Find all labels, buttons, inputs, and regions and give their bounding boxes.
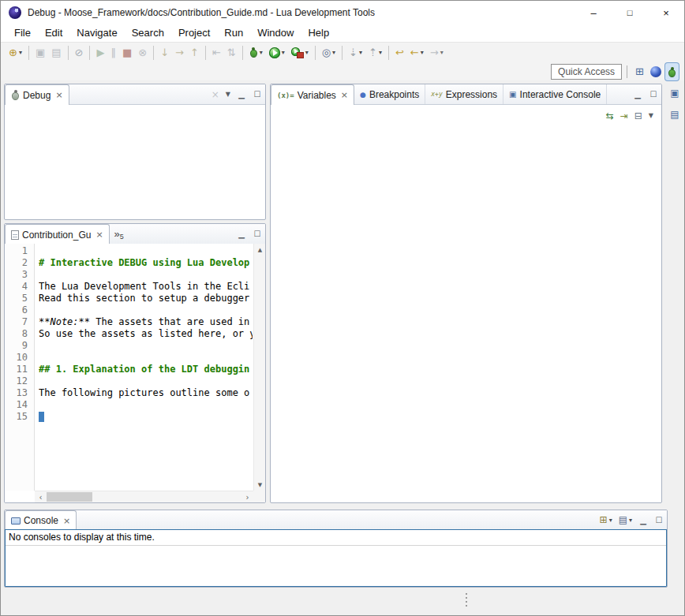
minimize-button[interactable]: ▁: [234, 84, 249, 104]
last-edit-location-button[interactable]: ↩: [393, 44, 406, 62]
show-logical-structure-button[interactable]: ⇆: [604, 107, 616, 125]
view-menu-button[interactable]: ▼: [223, 86, 233, 103]
menu-project[interactable]: Project: [171, 24, 217, 42]
minimize-button[interactable]: ▁: [234, 224, 249, 244]
perspective-bar: ⊞: [632, 63, 679, 80]
editor-vertical-scrollbar[interactable]: ▲ ▼: [253, 244, 265, 491]
close-icon[interactable]: ×: [341, 90, 348, 100]
menu-run[interactable]: Run: [217, 24, 250, 42]
close-icon[interactable]: ×: [95, 230, 103, 240]
code-segment: Read this section to setup a debugger: [39, 293, 249, 304]
sash-grip[interactable]: [466, 593, 467, 595]
header-spacer: [77, 510, 596, 529]
search-button[interactable]: ◎▾: [320, 44, 338, 62]
back-button[interactable]: ←▾: [408, 44, 426, 62]
window-minimize-button[interactable]: –: [575, 1, 612, 24]
code-line[interactable]: The following pictures outline some o: [39, 387, 253, 399]
toolbar-separator: [28, 46, 29, 60]
maximize-button[interactable]: ☐: [651, 510, 667, 529]
tab-debug[interactable]: Debug ×: [5, 84, 69, 105]
maximize-button[interactable]: ☐: [249, 224, 265, 244]
debug-button[interactable]: ▾: [247, 44, 265, 62]
quick-access-input[interactable]: Quick Access: [551, 64, 622, 80]
code-line[interactable]: [39, 304, 253, 316]
expressions-icon: x+y: [431, 91, 442, 98]
menu-window[interactable]: Window: [250, 24, 301, 42]
dropdown-arrow-icon: ▾: [421, 49, 424, 56]
editor-text[interactable]: # Interactive DEBUG using Lua DevelopThe…: [39, 245, 253, 490]
run-button[interactable]: ▾: [267, 44, 287, 62]
collapse-all-button[interactable]: ⊟: [632, 107, 645, 125]
tab-expressions[interactable]: x+yExpressions: [425, 84, 503, 104]
editor-tab-overflow[interactable]: »5: [110, 224, 129, 244]
menu-file[interactable]: File: [7, 24, 38, 42]
window-maximize-button[interactable]: □: [612, 1, 648, 24]
scrollbar-thumb[interactable]: [47, 492, 92, 502]
minimize-button[interactable]: ▁: [630, 84, 646, 104]
code-line[interactable]: [39, 399, 253, 411]
menu-search[interactable]: Search: [125, 24, 171, 42]
toolbar-separator: [205, 46, 206, 60]
forward-button: →▾: [428, 44, 446, 62]
toolbar-separator: [315, 46, 316, 60]
resume-button: ▶: [94, 44, 107, 62]
window-close-button[interactable]: ×: [648, 1, 684, 24]
code-line[interactable]: **Note:** The assets that are used in: [39, 316, 253, 328]
view-menu-icon: ▼: [226, 86, 230, 103]
menu-help[interactable]: Help: [301, 24, 336, 42]
view-menu-button[interactable]: ▼: [646, 107, 656, 125]
editor-content[interactable]: 123456789101112131415 # Interactive DEBU…: [5, 244, 265, 502]
open-perspective-button[interactable]: ⊞: [633, 63, 646, 80]
code-line[interactable]: [39, 375, 253, 387]
previous-annotation-button[interactable]: ⇡▾: [366, 44, 384, 62]
minimized-view-1-button[interactable]: ▣: [668, 84, 681, 102]
console-content[interactable]: No consoles to display at this time.: [5, 529, 667, 587]
code-line[interactable]: [39, 340, 253, 352]
tab-console[interactable]: Console ×: [5, 510, 77, 530]
console-toolbar: ⊞▾▤▾: [597, 510, 635, 529]
code-line[interactable]: ## 1. Explanation of the LDT debuggin: [39, 364, 253, 375]
external-tools-button[interactable]: ▾: [289, 44, 311, 62]
display-selected-console-button[interactable]: ▤▾: [616, 511, 634, 528]
code-line[interactable]: [39, 352, 253, 364]
code-line[interactable]: Read this section to setup a debugger: [39, 293, 253, 304]
minimized-view-1-icon: ▣: [670, 84, 679, 102]
code-line[interactable]: So use the assets as listed here, or y: [39, 328, 253, 340]
scroll-down-icon[interactable]: ▼: [254, 479, 266, 491]
new-wizard-button[interactable]: ⊕▾: [6, 44, 24, 62]
tab-variables[interactable]: (x)=Variables×: [271, 84, 354, 105]
minimized-view-2-button[interactable]: ▤: [668, 106, 681, 123]
code-segment: # Interactive DEBUG using Lua Develop: [39, 257, 249, 268]
editor-gutter: 123456789101112131415: [5, 244, 35, 491]
code-line[interactable]: # Interactive DEBUG using Lua Develop: [39, 257, 253, 269]
code-segment: The following pictures outline some o: [39, 387, 249, 398]
scroll-up-icon[interactable]: ▲: [254, 244, 266, 256]
lua-perspective-button[interactable]: [648, 63, 664, 80]
maximize-button[interactable]: ☐: [249, 84, 265, 104]
code-line[interactable]: The Lua Development Tools in the Ecli: [39, 281, 253, 293]
tab-interactive-console[interactable]: ▣Interactive Console: [503, 84, 607, 104]
close-icon[interactable]: ×: [63, 516, 70, 526]
minimized-view-2-icon: ▤: [670, 106, 679, 123]
minimize-button[interactable]: ▁: [635, 510, 651, 529]
debug-view-toolbar: ×▼: [208, 84, 234, 104]
editor-horizontal-scrollbar[interactable]: ‹ ›: [35, 491, 253, 502]
step-return-icon: ↑: [190, 44, 199, 62]
open-console-button[interactable]: ⊞▾: [597, 511, 615, 528]
code-line[interactable]: [39, 245, 253, 257]
tab-breakpoints[interactable]: ●Breakpoints: [354, 84, 425, 104]
show-type-names-button[interactable]: ⇥: [618, 107, 631, 125]
menu-bar: FileEditNavigateSearchProjectRunWindowHe…: [1, 24, 684, 42]
close-icon[interactable]: ×: [55, 90, 62, 100]
scroll-left-icon[interactable]: ‹: [35, 491, 47, 503]
tab-contribution-guide[interactable]: Contribution_Gu ×: [5, 224, 110, 245]
maximize-button[interactable]: ☐: [646, 84, 661, 104]
code-line[interactable]: [39, 269, 253, 281]
menu-navigate[interactable]: Navigate: [69, 24, 124, 42]
scroll-right-icon[interactable]: ›: [241, 491, 253, 503]
code-line[interactable]: [39, 411, 253, 423]
dropdown-arrow-icon: ▾: [359, 49, 362, 56]
next-annotation-button[interactable]: ⇣▾: [346, 44, 365, 62]
menu-edit[interactable]: Edit: [38, 24, 69, 42]
debug-perspective-button[interactable]: [665, 63, 679, 80]
